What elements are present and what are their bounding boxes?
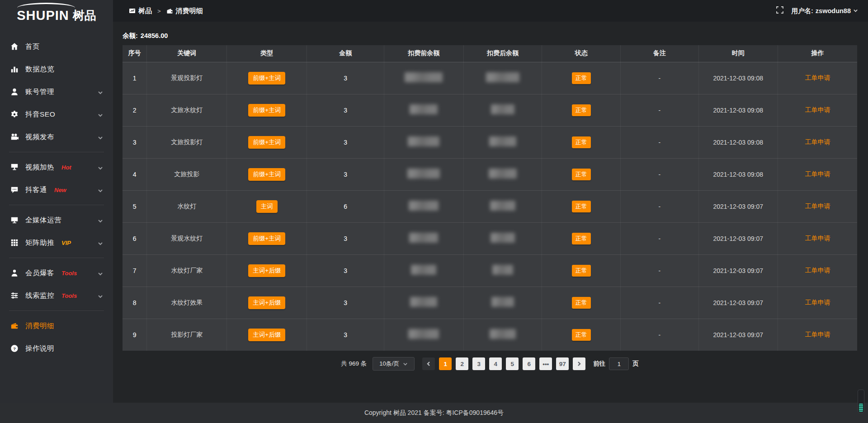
page-size-select[interactable]: 10条/页 [373, 357, 415, 371]
table-body: 1景观投影灯前缀+主词3正常-2021-12-03 09:08工单申请2文旅水纹… [123, 62, 857, 351]
pagination-ellipsis[interactable]: ••• [539, 357, 552, 370]
cell-remark: - [621, 319, 698, 351]
work-order-link[interactable]: 工单申请 [805, 202, 830, 210]
cell-no: 5 [123, 190, 147, 222]
cell-action: 工单申请 [778, 158, 858, 190]
sidebar-divider [9, 258, 104, 258]
sidebar-item-douyin-seo[interactable]: 抖音SEO [0, 103, 113, 126]
cell-post-balance [463, 158, 542, 190]
sidebar-item-instructions[interactable]: ? 操作说明 [0, 337, 113, 360]
balance: 余额:24856.00 [123, 32, 857, 40]
cell-no: 9 [123, 319, 147, 351]
column-header: 关键词 [147, 45, 227, 62]
cell-pre-balance [384, 126, 464, 158]
table-row: 3文旅投影灯前缀+主词3正常-2021-12-03 09:08工单申请 [123, 126, 857, 158]
goto-page-input[interactable] [609, 357, 629, 370]
type-badge: 前缀+主词 [248, 104, 285, 117]
pagination-pages: 123456•••97 [439, 357, 569, 370]
sidebar-item-label: 抖音SEO [25, 110, 55, 119]
work-order-link[interactable]: 工单申请 [805, 74, 830, 81]
sidebar-item-video-publish[interactable]: 视频发布 [0, 126, 113, 148]
cell-pre-balance [384, 94, 464, 126]
work-order-link[interactable]: 工单申请 [805, 106, 830, 113]
cell-type: 前缀+主词 [227, 62, 307, 94]
work-order-link[interactable]: 工单申请 [805, 331, 830, 338]
cell-time: 2021-12-03 09:07 [698, 222, 778, 254]
cell-remark: - [621, 158, 698, 190]
cell-no: 2 [123, 94, 147, 126]
page-button-97[interactable]: 97 [556, 357, 569, 370]
chevron-down-icon [98, 112, 103, 117]
work-order-link[interactable]: 工单申请 [805, 235, 830, 242]
work-order-link[interactable]: 工单申请 [805, 299, 830, 306]
cell-remark: - [621, 126, 698, 158]
sidebar-item-label: 抖客通 [25, 185, 47, 195]
cell-pre-balance [384, 158, 464, 190]
sidebar-item-label: 首页 [25, 42, 40, 52]
breadcrumb-current: 消费明细 [176, 7, 203, 15]
cell-keyword: 水纹灯 [147, 190, 227, 222]
balance-label: 余额: [123, 32, 138, 39]
cell-amount: 3 [307, 222, 384, 254]
work-order-link[interactable]: 工单申请 [805, 138, 830, 146]
sidebar-item-consumption-detail[interactable]: 消费明细 [0, 315, 113, 337]
cell-post-balance [463, 222, 542, 254]
table-row: 9投影灯厂家主词+后缀3正常-2021-12-03 09:07工单申请 [123, 319, 857, 351]
breadcrumb-separator: > [157, 8, 161, 14]
redacted-balance [490, 201, 515, 211]
page-button-4[interactable]: 4 [489, 357, 502, 370]
footer: Copyright 树品 2021 备案号: 粤ICP备09019646号 [0, 403, 868, 423]
redacted-balance [410, 104, 438, 114]
sidebar-item-matrix-boost[interactable]: 矩阵助推 VIP [0, 231, 113, 254]
chevron-down-icon [98, 164, 103, 170]
cell-amount: 3 [307, 126, 384, 158]
balance-value: 24856.00 [141, 32, 168, 39]
next-page-button[interactable] [573, 357, 585, 370]
sidebar-item-lead-monitor[interactable]: 线索监控 Tools [0, 284, 113, 307]
cell-keyword: 投影灯厂家 [147, 319, 227, 351]
status-badge: 正常 [572, 169, 591, 180]
page-size-value: 10条/页 [379, 360, 399, 368]
cell-no: 7 [123, 254, 147, 287]
cell-post-balance [463, 287, 542, 319]
page-button-1[interactable]: 1 [439, 357, 452, 370]
sidebar-item-member-burst[interactable]: 会员爆客 Tools [0, 262, 113, 284]
page-button-3[interactable]: 3 [472, 357, 485, 370]
username-value: zswodun88 [816, 7, 851, 14]
work-order-link[interactable]: 工单申请 [805, 170, 830, 178]
sidebar-divider [9, 152, 104, 152]
cell-status: 正常 [542, 158, 621, 190]
page-button-6[interactable]: 6 [523, 357, 535, 370]
sidebar-divider [9, 310, 104, 311]
page-button-5[interactable]: 5 [506, 357, 519, 370]
scrollbar-widget[interactable] [858, 390, 864, 413]
svg-text:?: ? [13, 346, 15, 351]
sidebar-item-video-heat[interactable]: 视频加热 Hot [0, 156, 113, 179]
cell-post-balance [463, 126, 542, 158]
prev-page-button[interactable] [422, 357, 435, 370]
fullscreen-icon[interactable] [776, 6, 783, 15]
sidebar-item-label: 矩阵助推 [25, 238, 54, 248]
cell-keyword: 水纹灯效果 [147, 287, 227, 319]
sidebar-item-account-management[interactable]: 账号管理 [0, 80, 113, 103]
cell-type: 主词+后缀 [227, 319, 307, 351]
type-badge: 主词+后缀 [248, 329, 285, 341]
sidebar-item-doukutong[interactable]: 抖客通 New [0, 179, 113, 201]
user-icon [10, 88, 19, 96]
cell-keyword: 文旅水纹灯 [147, 94, 227, 126]
cell-keyword: 水纹灯厂家 [147, 254, 227, 287]
cell-pre-balance [384, 222, 464, 254]
sidebar-item-label: 视频加热 [25, 163, 54, 172]
sidebar-item-home[interactable]: 首页 [0, 35, 113, 58]
breadcrumb-root[interactable]: 树品 [138, 7, 152, 15]
column-header: 类型 [227, 45, 307, 62]
work-order-link[interactable]: 工单申请 [805, 267, 830, 274]
chevron-down-icon [98, 187, 103, 193]
goto-suffix: 页 [632, 360, 639, 368]
page-button-2[interactable]: 2 [456, 357, 468, 370]
sidebar-item-all-media[interactable]: 全媒体运营 [0, 209, 113, 231]
user-menu[interactable]: 用户名: zswodun88 [792, 7, 859, 15]
sidebar-item-data-overview[interactable]: 数据总览 [0, 58, 113, 80]
cell-remark: - [621, 190, 698, 222]
type-badge: 前缀+主词 [248, 72, 285, 85]
